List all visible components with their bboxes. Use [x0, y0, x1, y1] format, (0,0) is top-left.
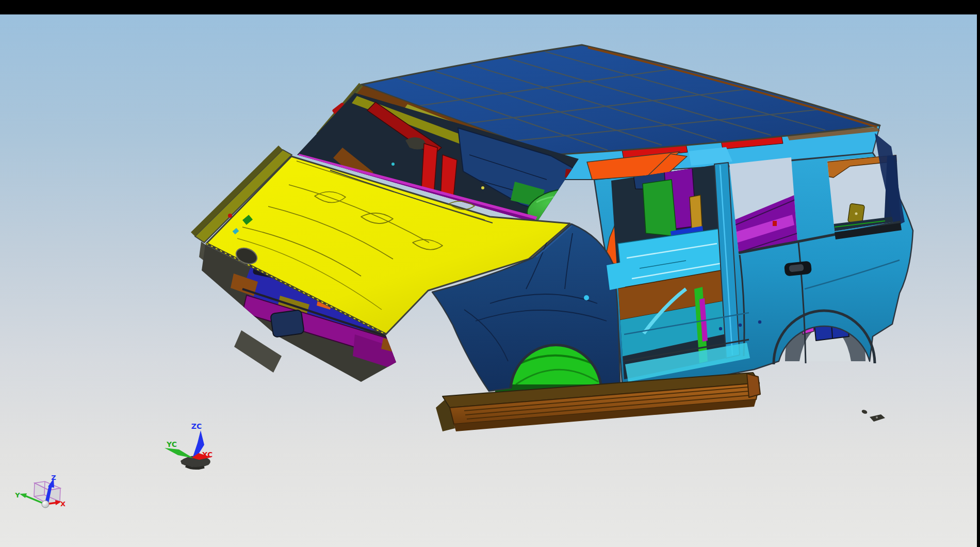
wcs-y-arrow — [165, 448, 193, 458]
datum-y-arrowhead — [20, 493, 27, 498]
wcs-z-label: ZC — [191, 422, 202, 430]
cad-viewport[interactable]: ZC YC XC Z Y X — [0, 14, 977, 547]
letterbox-right-strip — [977, 0, 980, 547]
hinge-pillar-cyan — [607, 262, 625, 290]
wcs-x-label: XC — [202, 451, 213, 459]
datum-origin-sphere — [42, 501, 49, 508]
bumper-bracket-navy — [270, 310, 304, 337]
interior-console-green — [643, 180, 677, 236]
fender-cyan-dot — [584, 295, 589, 300]
datum-y-label: Y — [14, 491, 20, 499]
car-model[interactable] — [191, 45, 913, 431]
wcs-triad[interactable]: ZC YC XC — [165, 422, 213, 469]
datum-x-label: X — [60, 500, 66, 508]
debris-specks — [861, 409, 885, 422]
datum-csys[interactable]: Z Y X — [14, 474, 66, 508]
letterbox-top-bar — [0, 0, 980, 14]
board-end-cap — [747, 374, 760, 397]
datum-z-label: Z — [51, 474, 56, 481]
wcs-y-label: YC — [166, 440, 177, 448]
cad-scene: ZC YC XC Z Y X — [0, 14, 977, 547]
